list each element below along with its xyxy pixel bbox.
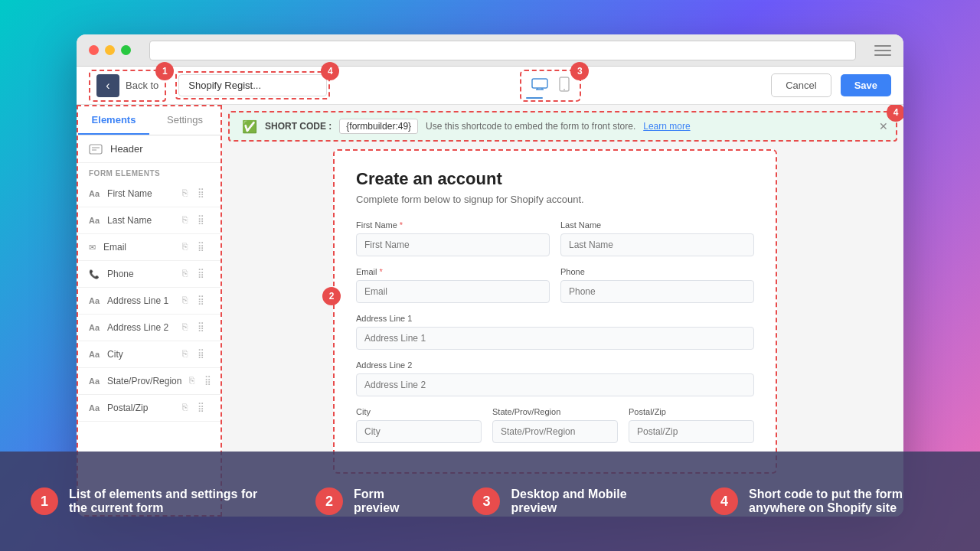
back-button[interactable]: ‹ xyxy=(96,74,119,97)
label-city: City xyxy=(356,407,482,416)
legend-text-4: Short code to put the form anywhere on S… xyxy=(749,487,949,515)
item-label-address2: Address Line 2 xyxy=(107,322,175,333)
list-item: Aa City ⎘ ⣿ xyxy=(78,341,220,368)
list-item: 📞 Phone ⎘ ⣿ xyxy=(78,261,220,288)
close-button[interactable] xyxy=(89,45,99,55)
list-item: Aa Postal/Zip ⎘ ⣿ xyxy=(78,395,220,422)
input-address1[interactable] xyxy=(356,327,754,350)
address-bar[interactable] xyxy=(149,41,856,60)
drag-icon[interactable]: ⣿ xyxy=(198,241,210,253)
input-address2[interactable] xyxy=(356,373,754,396)
list-item: Aa Address Line 2 ⎘ ⣿ xyxy=(78,315,220,341)
copy-icon[interactable]: ⎘ xyxy=(182,348,194,360)
input-state[interactable] xyxy=(492,420,618,443)
item-label-phone: Phone xyxy=(107,269,175,279)
input-first-name[interactable] xyxy=(356,233,550,256)
form-row-city-state-postal: City State/Prov/Region Postal/Zip xyxy=(356,407,754,443)
legend-item-1: 1 List of elements and settings for the … xyxy=(31,487,270,515)
form-elements-section-label: FORM ELEMENTS xyxy=(78,163,220,181)
form-group-address2: Address Line 2 xyxy=(356,360,754,396)
legend-text-3: Desktop and Mobile preview xyxy=(511,487,665,515)
item-actions: ⎘ ⣿ xyxy=(182,214,210,227)
save-button[interactable]: Save xyxy=(841,74,891,96)
sidebar-item-header[interactable]: Header xyxy=(78,135,220,163)
item-actions: ⎘ ⣿ xyxy=(182,187,210,200)
shortcode-learn-more-link[interactable]: Learn more xyxy=(643,121,690,132)
form-row-contact: Email * Phone xyxy=(356,267,754,303)
tab-elements[interactable]: Elements xyxy=(78,106,149,135)
form-group-city: City xyxy=(356,407,482,443)
minimize-button[interactable] xyxy=(105,45,115,55)
input-last-name[interactable] xyxy=(560,233,754,256)
text-field-icon: Aa xyxy=(89,377,100,386)
copy-icon[interactable]: ⎘ xyxy=(182,268,194,280)
legend-item-2: 2 Form preview xyxy=(315,487,427,515)
drag-icon[interactable]: ⣿ xyxy=(198,295,210,307)
drag-icon[interactable]: ⣿ xyxy=(198,321,210,334)
annotation-badge-1: 1 xyxy=(155,62,174,80)
text-field-icon: Aa xyxy=(89,350,100,359)
form-name-wrapper: 4 xyxy=(175,71,330,99)
form-group-address1: Address Line 1 xyxy=(356,314,754,350)
copy-icon[interactable]: ⎘ xyxy=(182,214,194,227)
header-label: Header xyxy=(110,143,143,155)
shortcode-close-button[interactable]: ✕ xyxy=(879,120,888,132)
item-label-postal: Postal/Zip xyxy=(107,403,175,413)
legend-badge-3: 3 xyxy=(472,487,500,515)
browser-menu-icon[interactable] xyxy=(874,45,891,56)
form-name-input[interactable] xyxy=(178,74,327,96)
copy-icon[interactable]: ⎘ xyxy=(182,241,194,253)
item-label-address1: Address Line 1 xyxy=(107,295,175,306)
label-address1: Address Line 1 xyxy=(356,314,754,323)
shortcode-value[interactable]: {formbuilder:49} xyxy=(339,119,418,134)
label-state: State/Prov/Region xyxy=(492,407,618,416)
tab-settings[interactable]: Settings xyxy=(149,106,220,135)
back-text: Back to xyxy=(126,80,158,91)
item-actions: ⎘ ⣿ xyxy=(182,402,210,414)
copy-icon[interactable]: ⎘ xyxy=(182,321,194,334)
form-group-first-name: First Name * xyxy=(356,220,550,256)
input-email[interactable] xyxy=(356,280,550,303)
shortcode-label: SHORT CODE : xyxy=(265,121,332,132)
copy-icon[interactable]: ⎘ xyxy=(182,402,194,414)
input-postal[interactable] xyxy=(629,420,754,443)
input-phone[interactable] xyxy=(560,280,754,303)
copy-icon[interactable]: ⎘ xyxy=(182,295,194,307)
back-area: 1 ‹ Back to xyxy=(89,70,166,102)
drag-icon[interactable]: ⣿ xyxy=(198,402,210,414)
email-field-icon: ✉ xyxy=(89,243,96,253)
form-title: Create an account xyxy=(356,169,754,189)
drag-icon[interactable]: ⣿ xyxy=(198,268,210,280)
drag-icon[interactable]: ⣿ xyxy=(198,348,210,360)
item-actions: ⎘ ⣿ xyxy=(189,375,217,387)
item-actions: ⎘ ⣿ xyxy=(182,268,210,280)
form-group-phone: Phone xyxy=(560,267,754,303)
mobile-preview-icon[interactable] xyxy=(557,74,572,97)
input-city[interactable] xyxy=(356,420,482,443)
maximize-button[interactable] xyxy=(121,45,131,55)
list-item: Aa Last Name ⎘ ⣿ xyxy=(78,207,220,234)
browser-window: 1 ‹ Back to 4 3 xyxy=(77,34,903,517)
desktop-preview-icon[interactable] xyxy=(529,76,550,96)
drag-icon[interactable]: ⣿ xyxy=(198,214,210,227)
form-group-last-name: Last Name xyxy=(560,220,754,256)
list-item: Aa First Name ⎘ ⣿ xyxy=(78,181,220,207)
phone-field-icon: 📞 xyxy=(89,269,100,279)
legend-badge-1: 1 xyxy=(31,487,58,515)
copy-icon[interactable]: ⎘ xyxy=(189,375,201,387)
drag-icon[interactable]: ⣿ xyxy=(204,375,217,387)
item-label-email: Email xyxy=(103,242,175,253)
form-group-postal: Postal/Zip xyxy=(629,407,754,443)
svg-point-5 xyxy=(564,89,565,90)
item-label-city: City xyxy=(107,349,175,360)
preview-toggle-container: 3 xyxy=(520,70,581,102)
form-group-state: State/Prov/Region xyxy=(492,407,618,443)
legend-badge-4: 4 xyxy=(710,487,738,515)
shortcode-bar: 4 ✅ SHORT CODE : {formbuilder:49} Use th… xyxy=(228,111,897,142)
cancel-button[interactable]: Cancel xyxy=(771,73,831,97)
browser-titlebar xyxy=(77,34,903,67)
form-preview: Create an account Complete form below to… xyxy=(333,149,777,474)
copy-icon[interactable]: ⎘ xyxy=(182,187,194,200)
drag-icon[interactable]: ⣿ xyxy=(198,187,210,200)
text-field-icon: Aa xyxy=(89,296,100,305)
